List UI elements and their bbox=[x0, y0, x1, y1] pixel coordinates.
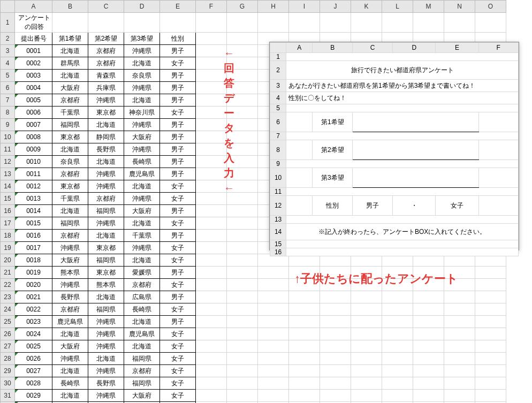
cell-D13[interactable]: 鹿児島県 bbox=[124, 168, 160, 180]
cell-E9[interactable]: 男子 bbox=[160, 119, 196, 131]
row-header-10[interactable]: 10 bbox=[1, 131, 15, 143]
cell-F28[interactable] bbox=[196, 353, 227, 365]
cell-I27[interactable] bbox=[289, 340, 320, 353]
cell-O29[interactable] bbox=[475, 365, 506, 377]
cell-H27[interactable] bbox=[258, 340, 289, 353]
cell-A16[interactable]: 0014 bbox=[15, 205, 52, 217]
cell-A2[interactable]: 提出番号 bbox=[15, 33, 52, 45]
cell-C30[interactable]: 長野県 bbox=[88, 377, 124, 390]
cell-D5[interactable]: 奈良県 bbox=[124, 70, 160, 82]
cell-J27[interactable] bbox=[320, 340, 351, 353]
cell-D15[interactable]: 沖縄県 bbox=[124, 193, 160, 205]
cell-B14[interactable]: 東京都 bbox=[52, 180, 88, 193]
cell-I1[interactable] bbox=[289, 13, 320, 33]
cell-F25[interactable] bbox=[196, 316, 227, 328]
cell-C23[interactable]: 北海道 bbox=[88, 291, 124, 303]
cell-F20[interactable] bbox=[196, 254, 227, 267]
cell-D11[interactable]: 沖縄県 bbox=[124, 143, 160, 156]
cell-C19[interactable]: 東京都 bbox=[88, 242, 124, 254]
cell-O1[interactable] bbox=[475, 13, 506, 33]
cell-N28[interactable] bbox=[444, 353, 475, 365]
row-header-20[interactable]: 20 bbox=[1, 254, 15, 267]
cell-L26[interactable] bbox=[382, 328, 413, 340]
cell-I30[interactable] bbox=[289, 377, 320, 390]
cell-A1[interactable]: アンケートの回答 bbox=[15, 13, 52, 33]
cell-A21[interactable]: 0019 bbox=[15, 267, 52, 279]
cell-O21[interactable] bbox=[475, 267, 506, 279]
cell-E18[interactable]: 男子 bbox=[160, 230, 196, 242]
cell-M26[interactable] bbox=[413, 328, 444, 340]
cell-K24[interactable] bbox=[351, 303, 382, 316]
cell-L30[interactable] bbox=[382, 377, 413, 390]
cell-M1[interactable] bbox=[413, 13, 444, 33]
cell-E17[interactable]: 女子 bbox=[160, 217, 196, 230]
cell-J24[interactable] bbox=[320, 303, 351, 316]
cell-G27[interactable] bbox=[227, 340, 258, 353]
cell-E20[interactable]: 女子 bbox=[160, 254, 196, 267]
cell-G26[interactable] bbox=[227, 328, 258, 340]
cell-F17[interactable] bbox=[196, 217, 227, 230]
cell-C8[interactable]: 東京都 bbox=[88, 107, 124, 119]
cell-D12[interactable]: 長崎県 bbox=[124, 156, 160, 168]
cell-B4[interactable]: 群馬県 bbox=[52, 57, 88, 70]
cell-G19[interactable] bbox=[227, 242, 258, 254]
column-header-O[interactable]: O bbox=[475, 1, 506, 13]
cell-B12[interactable]: 奈良県 bbox=[52, 156, 88, 168]
cell-F21[interactable] bbox=[196, 267, 227, 279]
cell-C27[interactable]: 沖縄県 bbox=[88, 340, 124, 353]
cell-J31[interactable] bbox=[320, 390, 351, 402]
cell-A12[interactable]: 0010 bbox=[15, 156, 52, 168]
column-header-H[interactable]: H bbox=[258, 1, 289, 13]
cell-E2[interactable]: 性別 bbox=[160, 33, 196, 45]
cell-L28[interactable] bbox=[382, 353, 413, 365]
cell-H25[interactable] bbox=[258, 316, 289, 328]
row-header-24[interactable]: 24 bbox=[1, 303, 15, 316]
cell-D17[interactable]: 北海道 bbox=[124, 217, 160, 230]
cell-D8[interactable]: 神奈川県 bbox=[124, 107, 160, 119]
cell-E11[interactable]: 男子 bbox=[160, 143, 196, 156]
cell-C16[interactable]: 福岡県 bbox=[88, 205, 124, 217]
cell-E6[interactable]: 男子 bbox=[160, 82, 196, 94]
cell-K23[interactable] bbox=[351, 291, 382, 303]
cell-E14[interactable]: 女子 bbox=[160, 180, 196, 193]
cell-A3[interactable]: 0001 bbox=[15, 45, 52, 57]
row-header-27[interactable]: 27 bbox=[1, 340, 15, 353]
cell-E28[interactable]: 女子 bbox=[160, 353, 196, 365]
cell-I24[interactable] bbox=[289, 303, 320, 316]
cell-L27[interactable] bbox=[382, 340, 413, 353]
cell-F1[interactable] bbox=[196, 13, 227, 33]
cell-G20[interactable] bbox=[227, 254, 258, 267]
cell-M28[interactable] bbox=[413, 353, 444, 365]
cell-H26[interactable] bbox=[258, 328, 289, 340]
row-header-15[interactable]: 15 bbox=[1, 193, 15, 205]
cell-G18[interactable] bbox=[227, 230, 258, 242]
cell-B20[interactable]: 大阪府 bbox=[52, 254, 88, 267]
column-header-K[interactable]: K bbox=[351, 1, 382, 13]
cell-D22[interactable]: 京都府 bbox=[124, 279, 160, 291]
cell-O31[interactable] bbox=[475, 390, 506, 402]
column-header-E[interactable]: E bbox=[160, 1, 196, 13]
cell-E23[interactable]: 男子 bbox=[160, 291, 196, 303]
cell-F2[interactable] bbox=[196, 33, 227, 45]
cell-E19[interactable]: 女子 bbox=[160, 242, 196, 254]
cell-E5[interactable]: 男子 bbox=[160, 70, 196, 82]
cell-N27[interactable] bbox=[444, 340, 475, 353]
cell-A25[interactable]: 0023 bbox=[15, 316, 52, 328]
cell-D9[interactable]: 沖縄県 bbox=[124, 119, 160, 131]
cell-O27[interactable] bbox=[475, 340, 506, 353]
cell-C25[interactable]: 沖縄県 bbox=[88, 316, 124, 328]
cell-I25[interactable] bbox=[289, 316, 320, 328]
cell-B16[interactable]: 北海道 bbox=[52, 205, 88, 217]
cell-A6[interactable]: 0004 bbox=[15, 82, 52, 94]
cell-A10[interactable]: 0008 bbox=[15, 131, 52, 143]
cell-D30[interactable]: 福岡県 bbox=[124, 377, 160, 390]
cell-N29[interactable] bbox=[444, 365, 475, 377]
cell-I29[interactable] bbox=[289, 365, 320, 377]
cell-D28[interactable]: 福岡県 bbox=[124, 353, 160, 365]
cell-D27[interactable]: 北海道 bbox=[124, 340, 160, 353]
cell-F26[interactable] bbox=[196, 328, 227, 340]
cell-C9[interactable]: 北海道 bbox=[88, 119, 124, 131]
cell-A7[interactable]: 0005 bbox=[15, 94, 52, 107]
row-header-26[interactable]: 26 bbox=[1, 328, 15, 340]
cell-I31[interactable] bbox=[289, 390, 320, 402]
